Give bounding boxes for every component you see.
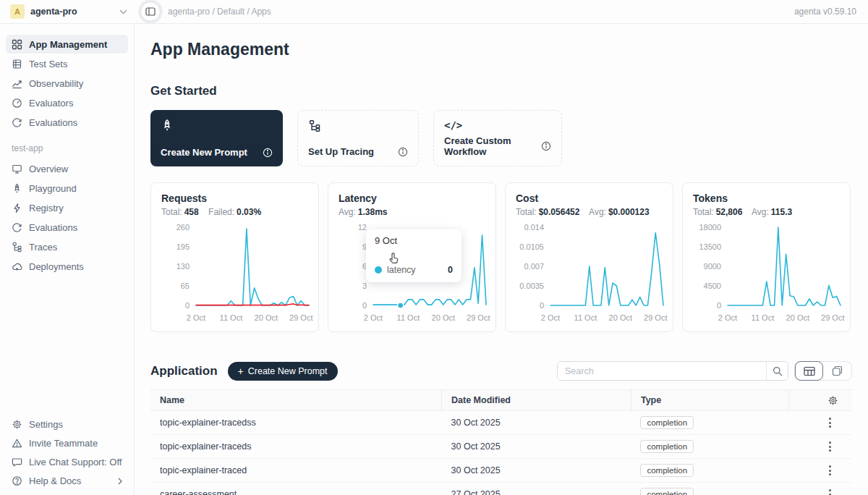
sidebar-item-registry[interactable]: Registry — [6, 198, 128, 217]
svg-text:0.007: 0.007 — [524, 262, 544, 271]
chart-tooltip: 9 Oct latency 0 — [366, 229, 461, 282]
column-name[interactable]: Name — [150, 390, 442, 411]
sidebar-item-overview[interactable]: Overview — [6, 159, 128, 178]
sidebar-item-test-sets[interactable]: Test Sets — [6, 54, 128, 73]
tooltip-legend-row: latency 0 — [375, 265, 453, 275]
question-circle-icon — [12, 475, 22, 486]
mouse-cursor-icon — [388, 251, 401, 266]
requests-chart[interactable]: 2601951306502 Oct11 Oct20 Oct29 Oct — [161, 220, 308, 330]
type-badge: completion — [640, 440, 694, 453]
row-menu-button[interactable] — [824, 465, 835, 475]
tokens-chart[interactable]: 18000135009000450002 Oct11 Oct20 Oct29 O… — [693, 220, 840, 330]
application-header: Application + Create New Prompt — [150, 361, 852, 381]
column-date-modified[interactable]: Date Modified — [442, 390, 631, 411]
sidebar-item-help-docs[interactable]: Help & Docs — [6, 472, 128, 490]
sidebar-item-label: Overview — [29, 164, 68, 174]
table-row[interactable]: topic-explainer-tracedss 30 Oct 2025 com… — [150, 411, 852, 435]
table-row[interactable]: topic-explainer-traceds 30 Oct 2025 comp… — [150, 435, 852, 459]
svg-text:0.014: 0.014 — [524, 223, 544, 232]
applications-table: Name Date Modified Type topic-explainer-… — [150, 389, 852, 495]
svg-text:195: 195 — [176, 242, 190, 251]
monitor-icon — [12, 164, 22, 174]
app-name[interactable]: topic-explainer-traced — [150, 459, 442, 483]
app-date: 27 Oct 2025 — [442, 483, 631, 495]
card-label: Create Custom Workflow — [444, 135, 541, 157]
rocket-icon — [12, 183, 22, 194]
latency-card: Latency Avg:1.38ms 1296302 Oct11 Oct20 O… — [328, 182, 496, 332]
svg-text:2 Oct: 2 Oct — [364, 313, 383, 322]
table-row[interactable]: career-assessment 27 Oct 2025 completion — [150, 483, 852, 495]
search-icon — [773, 366, 783, 376]
row-menu-button[interactable] — [824, 441, 835, 452]
cloud-icon — [12, 261, 22, 272]
svg-text:9000: 9000 — [704, 262, 721, 271]
svg-text:11 Oct: 11 Oct — [574, 313, 597, 322]
svg-text:0: 0 — [540, 301, 544, 310]
sidebar-item-label: Evaluations — [29, 117, 77, 128]
column-type[interactable]: Type — [631, 390, 788, 411]
chart-stats: Total:52,806 Avg:115.3 — [693, 207, 840, 217]
sidebar-item-app-management[interactable]: App Management — [6, 35, 128, 54]
sidebar-item-deployments[interactable]: Deployments — [6, 257, 128, 276]
chevron-right-icon — [118, 478, 122, 485]
tracing-tree-icon — [308, 119, 408, 132]
breadcrumb[interactable]: agenta-pro / Default / Apps — [168, 7, 794, 17]
svg-text:20 Oct: 20 Oct — [432, 313, 455, 322]
app-date: 30 Oct 2025 — [442, 411, 631, 435]
top-bar: A agenta-pro agenta-pro / Default / Apps… — [0, 0, 868, 24]
svg-text:29 Oct: 29 Oct — [644, 313, 667, 322]
app-name[interactable]: topic-explainer-tracedss — [150, 411, 442, 435]
svg-text:29 Oct: 29 Oct — [289, 313, 312, 322]
requests-card: Requests Total:458 Failed:0.03% 26019513… — [150, 182, 319, 332]
create-custom-workflow-card[interactable]: </> Create Custom Workflow — [433, 110, 562, 166]
plus-icon: + — [238, 366, 244, 376]
tokens-card: Tokens Total:52,806 Avg:115.3 1800013500… — [682, 182, 851, 332]
refresh-circle-icon — [12, 117, 22, 128]
card-view-button[interactable] — [823, 361, 851, 381]
svg-text:65: 65 — [181, 282, 190, 290]
sidebar-item-evaluations-project[interactable]: Evaluations — [6, 218, 128, 237]
cost-chart[interactable]: 0.0140.01050.0070.003502 Oct11 Oct20 Oct… — [516, 220, 663, 330]
sidebar-item-label: Evaluators — [29, 98, 73, 109]
search-button[interactable] — [766, 362, 788, 380]
sidebar-item-observability[interactable]: Observability — [6, 74, 128, 93]
sidebar-item-evaluators[interactable]: Evaluators — [6, 93, 128, 112]
chart-stats: Avg:1.38ms — [339, 207, 485, 217]
search-input[interactable] — [558, 362, 766, 380]
info-icon[interactable] — [541, 141, 551, 151]
row-menu-button[interactable] — [824, 489, 835, 495]
create-new-prompt-card[interactable]: Create New Prompt — [150, 110, 283, 166]
svg-text:12: 12 — [358, 223, 367, 232]
svg-text:2 Oct: 2 Oct — [187, 313, 205, 322]
table-settings-button[interactable] — [799, 395, 843, 406]
chart-stats: Total:458 Failed:0.03% — [161, 207, 308, 217]
metrics-cards: Requests Total:458 Failed:0.03% 26019513… — [150, 182, 852, 332]
workspace-avatar: A — [10, 4, 25, 19]
sidebar-item-playground[interactable]: Playground — [6, 179, 128, 198]
sidebar-item-traces[interactable]: Traces — [6, 237, 128, 256]
sidebar-item-invite-teammate[interactable]: Invite Teammate — [6, 434, 128, 452]
create-new-prompt-button[interactable]: + Create New Prompt — [228, 362, 338, 381]
row-menu-button[interactable] — [824, 418, 835, 428]
table-view-button[interactable] — [795, 361, 823, 381]
series-dot — [375, 266, 382, 274]
sidebar-item-live-chat[interactable]: Live Chat Support: Off — [6, 453, 128, 471]
tree-icon — [12, 242, 22, 253]
collapse-sidebar-button[interactable] — [140, 1, 161, 22]
table-row[interactable]: topic-explainer-traced 30 Oct 2025 compl… — [150, 459, 852, 483]
app-date: 30 Oct 2025 — [442, 435, 631, 459]
sidebar-item-label: Registry — [29, 203, 64, 213]
cost-card: Cost Total:$0.056452 Avg:$0.000123 0.014… — [505, 182, 673, 332]
set-up-tracing-card[interactable]: Set Up Tracing — [297, 110, 419, 166]
app-name[interactable]: topic-explainer-traceds — [150, 435, 442, 459]
app-name[interactable]: career-assessment — [150, 483, 442, 495]
svg-text:260: 260 — [176, 223, 190, 232]
sidebar-item-evaluations[interactable]: Evaluations — [6, 113, 128, 132]
app-version: agenta v0.59.10 — [794, 7, 868, 17]
chart-stats: Total:$0.056452 Avg:$0.000123 — [516, 207, 663, 217]
info-icon[interactable] — [398, 147, 408, 157]
sidebar-item-label: Invite Teammate — [29, 438, 98, 449]
sidebar-item-settings[interactable]: Settings — [6, 415, 128, 433]
info-icon[interactable] — [263, 148, 273, 158]
workspace-selector[interactable]: A agenta-pro — [0, 4, 135, 19]
